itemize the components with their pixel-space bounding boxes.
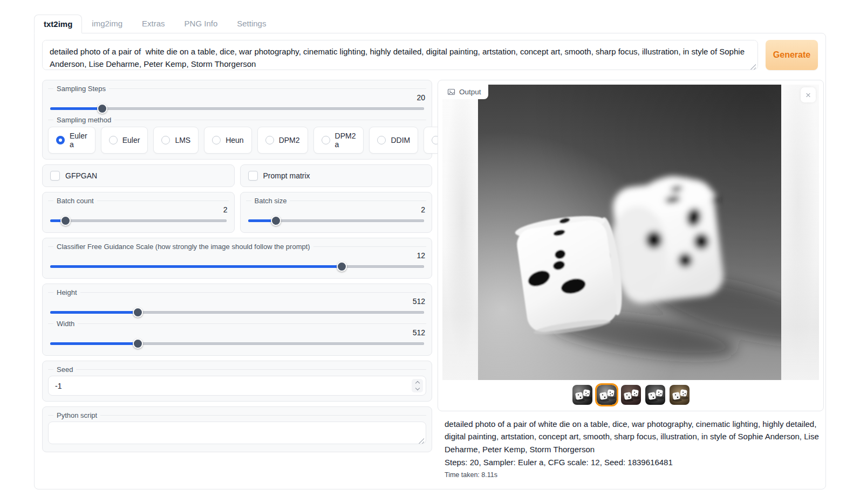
txt2img-panel: detailed photo of a pair of white die on… — [34, 33, 826, 489]
chevron-down-icon — [415, 386, 419, 390]
output-label-chip: Output — [442, 85, 488, 99]
batch-size-value: 2 — [246, 205, 426, 215]
slider-knob[interactable] — [337, 261, 347, 272]
gfpgan-checkbox[interactable] — [50, 171, 60, 181]
thumbnail-thumb-1[interactable] — [572, 385, 592, 405]
sampling-method-label: Sampling method — [48, 116, 426, 124]
slider-knob[interactable] — [97, 103, 107, 114]
gfpgan-row: GFPGAN — [42, 164, 235, 187]
thumbnail-strip — [442, 380, 819, 406]
dice-thumbnail-art — [670, 385, 690, 405]
dice-thumbnail-art — [597, 385, 617, 405]
prompt-matrix-row: Prompt matrix — [240, 164, 433, 187]
sampler-option-heun[interactable]: Heun — [204, 127, 251, 154]
seed-group: Seed — [42, 361, 432, 402]
sampling-steps-label: Sampling Steps — [48, 85, 426, 93]
tab-png-info[interactable]: PNG Info — [175, 14, 228, 33]
sampler-option-dpm2[interactable]: DPM2 — [257, 127, 308, 154]
radio-icon — [212, 136, 221, 144]
dice-thumbnail-art — [645, 385, 665, 405]
radio-icon — [265, 136, 274, 144]
tab-txt2img[interactable]: txt2img — [34, 15, 82, 33]
seed-input[interactable] — [48, 376, 426, 396]
slider-track — [50, 219, 227, 222]
tab-bar: txt2imgimg2imgExtrasPNG InfoSettings — [34, 13, 826, 33]
image-icon — [447, 88, 455, 96]
python-script-input[interactable] — [48, 422, 426, 444]
image-left-margin — [442, 85, 478, 380]
sampling-method-options: Euler a Euler LMS Heun DPM2 — [48, 127, 426, 154]
sampler-option-dpm2-a[interactable]: DPM2 a — [313, 127, 364, 154]
height-label: Height — [48, 288, 426, 296]
controls-column: Sampling Steps 20 Sampling method Euler … — [42, 80, 432, 452]
python-script-group: Python script — [42, 406, 432, 452]
tab-img2img[interactable]: img2img — [82, 14, 132, 33]
batch-count-group: Batch count 2 — [42, 192, 235, 233]
slider-knob[interactable] — [133, 307, 143, 317]
batch-count-slider[interactable] — [50, 215, 227, 226]
output-label: Output — [459, 88, 481, 96]
cfg-value: 12 — [48, 251, 425, 260]
width-value: 512 — [48, 328, 425, 337]
slider-fill — [50, 107, 103, 110]
prompt-matrix-checkbox[interactable] — [248, 171, 258, 181]
chevron-up-icon — [415, 381, 419, 385]
close-button[interactable]: × — [801, 87, 816, 102]
radio-icon — [377, 136, 386, 144]
sampler-option-ddim[interactable]: DDIM — [369, 127, 418, 154]
size-group: Height 512 Width 512 — [42, 284, 432, 356]
tab-settings[interactable]: Settings — [227, 14, 276, 33]
thumbnail-thumb-5[interactable] — [670, 385, 690, 405]
close-icon: × — [806, 91, 811, 100]
cfg-group: Classifier Free Guidance Scale (how stro… — [42, 238, 432, 279]
thumbnail-thumb-3[interactable] — [621, 385, 641, 405]
generate-button[interactable]: Generate — [766, 40, 818, 70]
radio-icon — [56, 136, 65, 144]
dice-thumbnail-art — [572, 385, 592, 405]
slider-knob[interactable] — [60, 216, 71, 226]
python-script-label: Python script — [48, 411, 426, 419]
tab-extras[interactable]: Extras — [132, 14, 175, 33]
caption-time-taken: Time taken: 8.11s — [445, 470, 823, 480]
seed-stepper[interactable] — [412, 379, 423, 392]
radio-icon — [109, 136, 118, 144]
dice-thumbnail-art — [621, 385, 641, 405]
sampling-steps-value: 20 — [48, 93, 425, 102]
slider-fill — [50, 265, 342, 268]
slider-knob[interactable] — [271, 216, 281, 226]
radio-icon — [161, 136, 170, 144]
height-slider[interactable] — [50, 307, 424, 317]
prompt-input[interactable]: detailed photo of a pair of white die on… — [42, 40, 758, 70]
sampling-group: Sampling Steps 20 Sampling method Euler … — [42, 80, 432, 160]
radio-icon — [322, 136, 330, 144]
batch-size-group: Batch size 2 — [240, 192, 433, 233]
caption-prompt: detailed photo of a pair of white die on… — [445, 418, 823, 455]
caption-params: Steps: 20, Sampler: Euler a, CFG scale: … — [445, 456, 823, 468]
batch-size-label: Batch size — [246, 197, 427, 205]
batch-count-label: Batch count — [48, 197, 229, 205]
cfg-label: Classifier Free Guidance Scale (how stro… — [48, 243, 426, 251]
width-label: Width — [48, 320, 426, 328]
sampler-option-euler-a[interactable]: Euler a — [48, 127, 95, 154]
thumbnail-thumb-4[interactable] — [645, 385, 665, 405]
output-image-stage[interactable] — [442, 85, 819, 380]
generated-image[interactable] — [478, 85, 781, 380]
sampler-option-lms[interactable]: LMS — [153, 127, 199, 154]
thumbnail-thumb-2[interactable] — [597, 385, 617, 405]
prompt-matrix-label: Prompt matrix — [263, 171, 310, 180]
output-column: Output × — [438, 80, 824, 480]
result-caption: detailed photo of a pair of white die on… — [438, 411, 824, 480]
cfg-slider[interactable] — [50, 261, 424, 272]
sampling-steps-slider[interactable] — [50, 103, 424, 114]
seed-label: Seed — [48, 365, 426, 374]
slider-fill — [50, 311, 138, 314]
sampler-option-euler[interactable]: Euler — [101, 127, 148, 154]
slider-knob[interactable] — [133, 339, 143, 349]
output-gallery: Output × — [438, 80, 824, 411]
width-slider[interactable] — [50, 338, 424, 349]
height-value: 512 — [48, 297, 425, 306]
batch-size-slider[interactable] — [248, 215, 425, 226]
app-window: txt2imgimg2imgExtrasPNG InfoSettings det… — [34, 13, 826, 489]
gfpgan-label: GFPGAN — [65, 171, 97, 180]
batch-count-value: 2 — [48, 205, 228, 215]
